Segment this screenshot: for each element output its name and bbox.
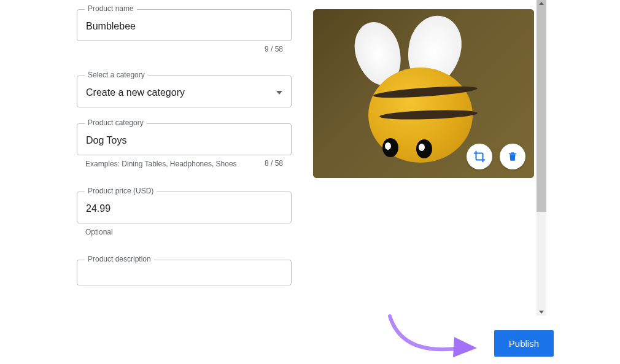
main-form: Product name 9 / 58 Select a category Cr… [0,0,620,316]
product-price-helper: Optional [77,223,292,238]
product-name-group: Product name 9 / 58 [77,9,292,53]
product-category-label: Product category [85,118,147,127]
product-image-preview [313,9,534,178]
crop-icon [473,150,486,163]
category-select-label: Select a category [85,71,148,79]
image-column [313,9,534,316]
scrollbar[interactable] [537,0,546,316]
footer: Publish [494,330,554,357]
product-name-input[interactable] [86,21,282,32]
chevron-down-icon [276,91,282,95]
scroll-up-icon [539,2,544,5]
category-select-field[interactable]: Select a category Create a new category [77,76,292,107]
crop-button[interactable] [467,144,492,169]
image-actions [467,144,525,169]
product-category-group: Product category Examples: Dining Tables… [77,123,292,169]
product-name-counter: 9 / 58 [255,45,283,53]
product-category-input[interactable] [86,135,282,146]
product-name-field[interactable]: Product name [77,9,292,41]
scroll-down-icon [539,311,544,314]
product-category-helper-text: Examples: Dining Tables, Headphones, Sho… [85,159,255,169]
category-select-group: Select a category Create a new category [77,76,292,107]
category-select-value: Create a new category [86,87,276,98]
product-price-helper-text: Optional [85,227,283,238]
product-name-label: Product name [85,4,137,13]
product-description-input[interactable] [86,271,282,282]
product-price-group: Product price (USD) Optional [77,192,292,238]
product-description-label: Product description [85,255,154,263]
product-name-helper: 9 / 58 [77,41,292,53]
publish-button[interactable]: Publish [494,330,554,357]
scrollbar-thumb[interactable] [537,0,546,212]
product-description-group: Product description [77,260,292,285]
product-category-field[interactable]: Product category [77,123,292,155]
annotation-arrow [384,310,488,362]
product-price-label: Product price (USD) [85,187,157,195]
trash-icon [507,150,518,163]
product-category-counter: 8 / 58 [255,159,283,169]
delete-button[interactable] [500,144,525,169]
product-category-helper: Examples: Dining Tables, Headphones, Sho… [77,155,292,169]
form-fields-column: Product name 9 / 58 Select a category Cr… [77,9,292,316]
product-price-input[interactable] [86,203,282,214]
product-description-field[interactable]: Product description [77,260,292,285]
product-price-field[interactable]: Product price (USD) [77,192,292,223]
